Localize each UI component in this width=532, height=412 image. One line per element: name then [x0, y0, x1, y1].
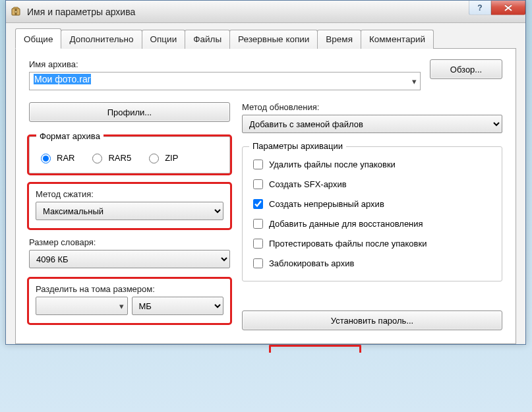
compression-label: Метод сжатия:	[36, 189, 223, 199]
update-label: Метод обновления:	[242, 102, 502, 112]
format-rar-radio[interactable]	[41, 154, 51, 163]
param-delete-after-checkbox[interactable]	[253, 160, 263, 169]
compression-block: Метод сжатия: Максимальный	[29, 184, 230, 228]
split-block: Разделить на тома размером: ▾ МБ	[29, 279, 230, 323]
param-test-checkbox[interactable]	[253, 239, 263, 249]
format-rar[interactable]: RAR	[38, 152, 74, 163]
archive-name-label: Имя архива:	[29, 59, 421, 69]
archive-name-value: Мои фото.rar	[34, 74, 91, 84]
format-rar-label: RAR	[57, 153, 74, 163]
param-recovery[interactable]: Добавить данные для восстановления	[251, 217, 494, 231]
window-controls: ?	[469, 1, 525, 15]
tab-time[interactable]: Время	[317, 30, 361, 49]
param-solid-label: Создать непрерывный архив	[269, 199, 384, 209]
tab-files[interactable]: Файлы	[185, 30, 230, 49]
param-test-label: Протестировать файлы после упаковки	[269, 239, 427, 249]
profiles-button[interactable]: Профили...	[29, 102, 230, 122]
tab-backup[interactable]: Резервные копии	[229, 30, 318, 49]
param-lock-checkbox[interactable]	[253, 258, 263, 268]
param-sfx-label: Создать SFX-архив	[269, 179, 347, 189]
format-zip-radio[interactable]	[149, 154, 159, 163]
svg-rect-2	[15, 11, 17, 13]
highlight-marker	[269, 345, 361, 353]
params-group-title: Параметры архивации	[249, 141, 346, 151]
param-lock-label: Заблокировать архив	[269, 258, 354, 268]
archive-name-input[interactable]: Мои фото.rar	[29, 72, 421, 90]
param-recovery-checkbox[interactable]	[253, 219, 263, 229]
split-unit-select[interactable]: МБ	[132, 297, 224, 315]
format-rar5-label: RAR5	[108, 153, 131, 163]
update-select[interactable]: Добавить с заменой файлов	[242, 115, 502, 133]
param-solid-checkbox[interactable]	[253, 199, 263, 209]
dict-select[interactable]: 4096 КБ	[29, 250, 230, 268]
tab-options[interactable]: Опции	[142, 30, 186, 49]
app-icon	[10, 6, 22, 18]
param-delete-after-label: Удалить файлы после упаковки	[269, 160, 396, 169]
compression-select[interactable]: Максимальный	[36, 202, 223, 220]
param-recovery-label: Добавить данные для восстановления	[269, 219, 423, 229]
tab-comment[interactable]: Комментарий	[361, 30, 434, 49]
split-label: Разделить на тома размером:	[36, 284, 223, 294]
param-lock[interactable]: Заблокировать архив	[251, 256, 494, 270]
titlebar[interactable]: Имя и параметры архива ?	[6, 1, 525, 23]
close-button[interactable]	[491, 1, 525, 15]
param-test[interactable]: Протестировать файлы после упаковки	[251, 237, 494, 250]
tab-advanced[interactable]: Дополнительно	[61, 30, 142, 49]
param-solid[interactable]: Создать непрерывный архив	[251, 197, 494, 211]
params-group: Параметры архивации Удалить файлы после …	[242, 146, 502, 281]
dict-label: Размер словаря:	[29, 237, 230, 247]
param-sfx-checkbox[interactable]	[253, 179, 263, 189]
format-group: Формат архива RAR RAR5	[29, 136, 230, 173]
tab-strip: Общие Дополнительно Опции Файлы Резервны…	[15, 30, 516, 49]
window-title: Имя и параметры архива	[27, 7, 135, 17]
tab-general[interactable]: Общие	[15, 28, 61, 49]
set-password-button[interactable]: Установить пароль...	[242, 310, 502, 330]
help-button[interactable]: ?	[469, 1, 491, 15]
split-size-input[interactable]	[36, 297, 128, 315]
close-icon	[504, 5, 512, 11]
format-group-title: Формат архива	[36, 131, 103, 141]
param-sfx[interactable]: Создать SFX-архив	[251, 177, 494, 191]
format-rar5-radio[interactable]	[92, 154, 102, 163]
tab-panel-general: Имя архива: Мои фото.rar ▾ Обзор... Проф…	[15, 48, 516, 344]
format-zip-label: ZIP	[165, 153, 178, 163]
format-rar5[interactable]: RAR5	[89, 152, 131, 163]
browse-button[interactable]: Обзор...	[430, 59, 502, 79]
dialog-window: Имя и параметры архива ? Общие Дополните…	[5, 0, 526, 345]
param-delete-after[interactable]: Удалить файлы после упаковки	[251, 158, 494, 171]
format-zip[interactable]: ZIP	[146, 152, 178, 163]
client-area: Общие Дополнительно Опции Файлы Резервны…	[6, 23, 525, 344]
